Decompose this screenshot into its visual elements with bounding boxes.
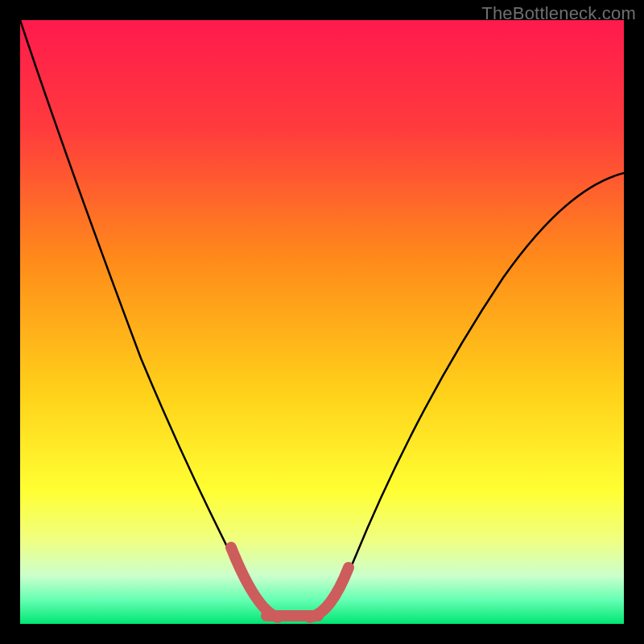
curve-highlight-left xyxy=(231,547,278,617)
plot-area xyxy=(20,20,624,624)
chart-frame: TheBottleneck.com xyxy=(0,0,644,644)
curve-highlight-right xyxy=(310,568,349,617)
bottleneck-curve xyxy=(20,20,624,617)
watermark-text: TheBottleneck.com xyxy=(481,3,636,24)
curve-layer xyxy=(20,20,624,624)
